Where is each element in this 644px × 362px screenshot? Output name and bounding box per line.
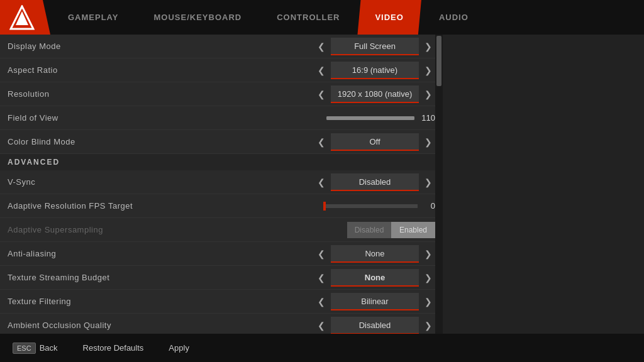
aspect-ratio-label: Aspect Ratio [8, 65, 314, 75]
settings-panel: Display Mode ❮ Full Screen ❯ Aspect Rati… [0, 35, 443, 334]
texture-filtering-row: Texture Filtering ❮ Bilinear ❯ [0, 290, 443, 314]
resolution-prev[interactable]: ❮ [314, 85, 328, 103]
anti-aliasing-label: Anti-aliasing [8, 249, 314, 258]
anti-aliasing-control: ❮ None ❯ [314, 245, 435, 263]
logo-area [0, 0, 50, 35]
restore-label: Restore Defaults [83, 343, 144, 353]
adaptive-supersampling-disabled[interactable]: Disabled [347, 222, 391, 238]
ambient-occlusion-row: Ambient Occlusion Quality ❮ Disabled ❯ [0, 314, 443, 334]
adaptive-resolution-row: Adaptive Resolution FPS Target 0 [0, 194, 443, 218]
scrollbar-thumb [436, 36, 441, 86]
ambient-occlusion-control: ❮ Disabled ❯ [314, 317, 435, 334]
vsync-prev[interactable]: ❮ [314, 173, 328, 191]
display-mode-prev[interactable]: ❮ [314, 38, 328, 55]
back-label: Back [40, 343, 58, 353]
display-mode-label: Display Mode [8, 41, 314, 51]
fov-control: 110 [326, 113, 435, 123]
anti-aliasing-row: Anti-aliasing ❮ None ❯ [0, 242, 443, 266]
display-mode-row: Display Mode ❮ Full Screen ❯ [0, 35, 443, 58]
color-blind-value: Off [331, 133, 419, 151]
color-blind-prev[interactable]: ❮ [314, 133, 328, 151]
tab-mouse-keyboard[interactable]: MOUSE/KEYBOARD [136, 0, 259, 35]
adaptive-supersampling-enabled[interactable]: Enabled [391, 222, 435, 238]
nav-tabs: GAMEPLAY MOUSE/KEYBOARD CONTROLLER VIDEO… [50, 0, 644, 35]
aspect-ratio-row: Aspect Ratio ❮ 16:9 (native) ❯ [0, 58, 443, 82]
adaptive-supersampling-control: Disabled Enabled [347, 222, 435, 238]
tab-video[interactable]: VIDEO [357, 0, 421, 35]
ambient-occlusion-label: Ambient Occlusion Quality [8, 321, 314, 330]
esc-key: ESC [13, 343, 36, 354]
color-blind-control: ❮ Off ❯ [314, 133, 435, 151]
texture-filtering-control: ❮ Bilinear ❯ [314, 293, 435, 310]
texture-streaming-label: Texture Streaming Budget [8, 273, 314, 282]
bottom-bar: ESC Back Restore Defaults Apply [0, 334, 644, 362]
fov-row: Field of View 110 [0, 106, 443, 130]
fov-value: 110 [419, 113, 435, 123]
adaptive-supersampling-label: Adaptive Supersampling [8, 225, 347, 234]
resolution-value: 1920 x 1080 (native) [331, 85, 419, 103]
fov-slider-track[interactable] [326, 116, 414, 120]
display-mode-control: ❮ Full Screen ❯ [314, 38, 435, 55]
resolution-row: Resolution ❮ 1920 x 1080 (native) ❯ [0, 82, 443, 106]
anti-aliasing-prev[interactable]: ❮ [314, 245, 328, 263]
resolution-next[interactable]: ❯ [421, 85, 435, 103]
aspect-ratio-value: 16:9 (native) [331, 62, 419, 79]
vsync-row: V-Sync ❮ Disabled ❯ [0, 170, 443, 194]
vsync-next[interactable]: ❯ [421, 173, 435, 191]
vsync-control: ❮ Disabled ❯ [314, 173, 435, 191]
ambient-occlusion-next[interactable]: ❯ [421, 317, 435, 334]
texture-streaming-row: Texture Streaming Budget ❮ None ❯ [0, 266, 443, 290]
resolution-label: Resolution [8, 89, 314, 99]
ambient-occlusion-prev[interactable]: ❮ [314, 317, 328, 334]
texture-filtering-value: Bilinear [331, 293, 419, 310]
anti-aliasing-value: None [331, 245, 419, 263]
adaptive-resolution-value: 0 [423, 201, 435, 211]
color-blind-label: Color Blind Mode [8, 137, 314, 146]
display-mode-next[interactable]: ❯ [421, 38, 435, 55]
scrollbar[interactable] [435, 35, 443, 334]
right-panel [443, 35, 644, 334]
texture-streaming-next[interactable]: ❯ [421, 269, 435, 287]
adaptive-resolution-handle [323, 202, 326, 211]
texture-streaming-control: ❮ None ❯ [314, 269, 435, 287]
aspect-ratio-next[interactable]: ❯ [421, 62, 435, 79]
display-mode-value: Full Screen [331, 38, 419, 55]
apply-button[interactable]: Apply [169, 343, 189, 353]
adaptive-resolution-label: Adaptive Resolution FPS Target [8, 201, 323, 211]
main-content: Display Mode ❮ Full Screen ❯ Aspect Rati… [0, 35, 644, 334]
texture-filtering-label: Texture Filtering [8, 297, 314, 306]
header: GAMEPLAY MOUSE/KEYBOARD CONTROLLER VIDEO… [0, 0, 644, 35]
advanced-section-header: ADVANCED [0, 154, 443, 170]
aspect-ratio-prev[interactable]: ❮ [314, 62, 328, 79]
color-blind-row: Color Blind Mode ❮ Off ❯ [0, 130, 443, 154]
apply-label: Apply [169, 343, 189, 353]
vsync-label: V-Sync [8, 177, 314, 187]
texture-filtering-next[interactable]: ❯ [421, 293, 435, 310]
apex-logo [9, 5, 35, 30]
anti-aliasing-next[interactable]: ❯ [421, 245, 435, 263]
ambient-occlusion-value: Disabled [331, 317, 419, 334]
adaptive-resolution-control: 0 [323, 201, 435, 211]
tab-audio[interactable]: AUDIO [421, 0, 486, 35]
color-blind-next[interactable]: ❯ [421, 133, 435, 151]
texture-streaming-value: None [331, 269, 419, 287]
adaptive-supersampling-row: Adaptive Supersampling Disabled Enabled [0, 218, 443, 242]
texture-streaming-prev[interactable]: ❮ [314, 269, 328, 287]
aspect-ratio-control: ❮ 16:9 (native) ❯ [314, 62, 435, 79]
restore-defaults-button[interactable]: Restore Defaults [83, 343, 144, 353]
texture-filtering-prev[interactable]: ❮ [314, 293, 328, 310]
tab-gameplay[interactable]: GAMEPLAY [50, 0, 136, 35]
vsync-value: Disabled [331, 173, 419, 191]
adaptive-resolution-slider[interactable] [323, 204, 418, 208]
resolution-control: ❮ 1920 x 1080 (native) ❯ [314, 85, 435, 103]
back-button[interactable]: ESC Back [13, 343, 58, 354]
fov-label: Field of View [8, 113, 326, 123]
tab-controller[interactable]: CONTROLLER [259, 0, 357, 35]
